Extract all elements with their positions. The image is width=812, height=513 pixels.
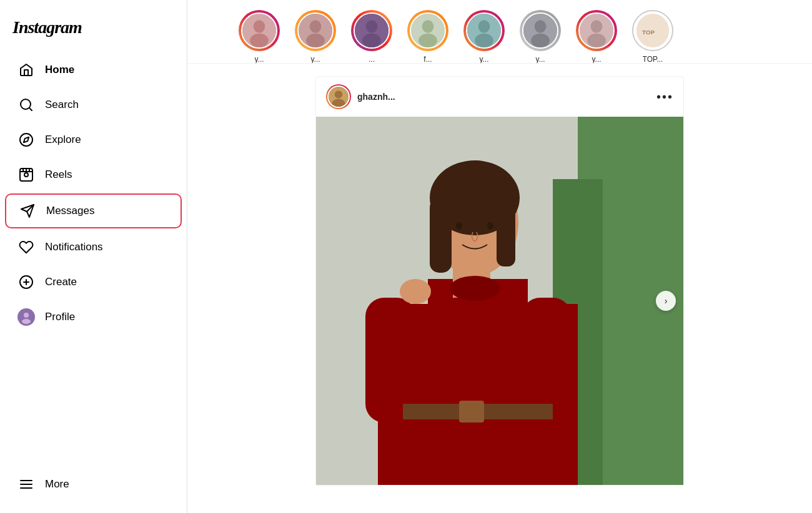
sidebar-item-messages[interactable]: Messages [5, 193, 182, 228]
plus-circle-icon [17, 273, 35, 291]
post-avatar[interactable] [326, 84, 351, 109]
svg-point-29 [418, 34, 437, 47]
svg-point-2 [20, 134, 32, 146]
story-item[interactable]: y... [462, 10, 506, 64]
svg-line-1 [29, 108, 32, 110]
svg-point-22 [310, 20, 322, 32]
story-item[interactable]: ... [350, 10, 394, 64]
story-name: y... [479, 55, 488, 64]
stories-bar: y... y... ... f... [187, 0, 812, 64]
svg-point-34 [535, 20, 547, 32]
sidebar-item-profile[interactable]: Profile [5, 301, 182, 333]
story-item[interactable]: y... [575, 10, 618, 64]
story-name: y... [254, 55, 264, 64]
notifications-label: Notifications [45, 241, 103, 253]
svg-point-35 [531, 34, 550, 47]
svg-point-52 [400, 279, 431, 304]
post-image: › [316, 117, 683, 485]
messages-icon [19, 202, 36, 220]
svg-point-62 [487, 222, 493, 230]
feed: ghaznh... ••• [187, 64, 812, 513]
create-label: Create [45, 276, 77, 288]
svg-point-23 [306, 34, 325, 47]
search-label: Search [45, 99, 79, 111]
story-name: TOP... [643, 55, 663, 64]
svg-point-42 [335, 90, 342, 98]
story-item[interactable]: y... [518, 10, 562, 64]
svg-point-14 [22, 319, 31, 324]
profile-label: Profile [45, 311, 75, 323]
explore-icon [17, 131, 35, 149]
svg-point-28 [422, 20, 434, 32]
svg-point-38 [587, 34, 606, 47]
sidebar-item-reels[interactable]: Reels [5, 159, 182, 191]
story-item[interactable]: f... [406, 10, 450, 64]
post-more-button[interactable]: ••• [656, 90, 673, 104]
instagram-logo[interactable]: Instagram [0, 7, 187, 52]
post-card: ghaznh... ••• [315, 76, 684, 486]
post-header: ghaznh... ••• [316, 77, 683, 117]
svg-point-26 [362, 34, 381, 47]
reels-icon [17, 166, 35, 183]
svg-rect-56 [430, 198, 452, 273]
story-item[interactable]: y... [237, 10, 281, 64]
main-content: y... y... ... f... [187, 0, 812, 513]
profile-avatar-icon [17, 308, 35, 326]
post-username[interactable]: ghaznh... [357, 92, 395, 102]
story-name: ... [369, 55, 375, 64]
svg-point-32 [475, 34, 493, 47]
heart-icon [17, 238, 35, 256]
story-name: y... [592, 55, 601, 64]
sidebar-item-search[interactable]: Search [5, 89, 182, 121]
svg-point-5 [24, 173, 28, 177]
sidebar-item-create[interactable]: Create [5, 266, 182, 298]
sidebar-item-more[interactable]: More [5, 468, 182, 501]
svg-point-43 [332, 99, 345, 108]
home-label: Home [45, 64, 74, 76]
more-label: More [45, 478, 69, 491]
svg-text:TOP: TOP [642, 29, 655, 36]
sidebar: Instagram Home Search Explore [0, 0, 187, 513]
svg-rect-59 [459, 401, 484, 423]
story-name: y... [310, 55, 320, 64]
sidebar-item-home[interactable]: Home [5, 54, 182, 86]
search-icon [17, 96, 35, 114]
story-name: f... [423, 55, 432, 64]
svg-point-20 [250, 34, 269, 47]
next-post-button[interactable]: › [656, 291, 676, 311]
svg-point-13 [24, 313, 29, 318]
explore-label: Explore [45, 134, 81, 146]
story-name: y... [535, 55, 545, 64]
sidebar-item-explore[interactable]: Explore [5, 124, 182, 156]
svg-point-37 [591, 20, 603, 32]
svg-point-25 [366, 20, 378, 32]
svg-point-61 [456, 222, 462, 230]
post-header-left: ghaznh... [326, 84, 395, 109]
svg-marker-3 [24, 137, 29, 142]
svg-point-19 [254, 20, 265, 32]
svg-rect-57 [497, 204, 515, 266]
messages-label: Messages [46, 205, 94, 217]
story-item[interactable]: y... [294, 10, 337, 64]
svg-point-60 [450, 276, 500, 301]
reels-label: Reels [45, 169, 72, 181]
story-item[interactable]: TOP TOP... [631, 10, 675, 64]
home-icon [17, 61, 35, 79]
svg-point-31 [478, 20, 490, 32]
sidebar-item-notifications[interactable]: Notifications [5, 231, 182, 263]
menu-icon [17, 476, 35, 493]
post-avatar-inner [327, 86, 350, 108]
